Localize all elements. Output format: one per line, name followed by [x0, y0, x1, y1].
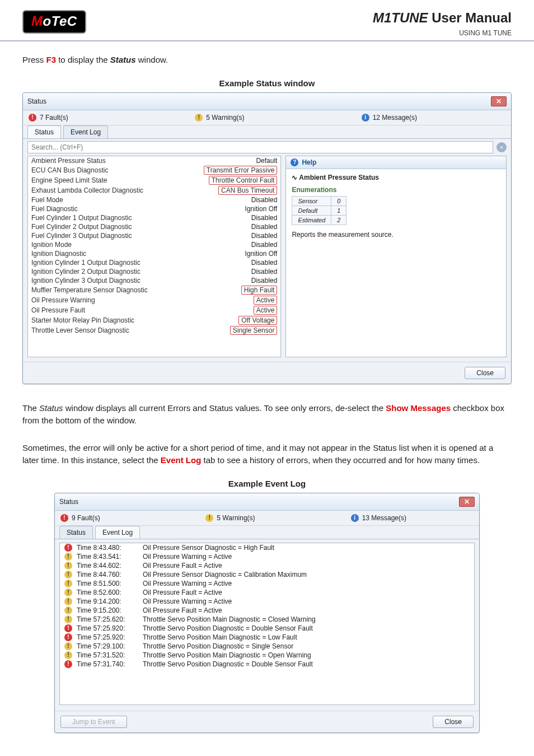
status-row-name: Oil Pressure Warning — [28, 295, 181, 305]
error-icon: ! — [60, 514, 68, 522]
status-row[interactable]: Ambient Pressure StatusDefault — [28, 156, 280, 165]
status-row-value: Ignition Off — [181, 204, 280, 213]
status-row-value: Active — [181, 295, 280, 305]
event-log-row[interactable]: !Time 57:25.620:Throttle Servo Position … — [60, 615, 474, 624]
warnings-count: 5 Warning(s) — [206, 114, 244, 122]
warning-icon: ! — [64, 580, 72, 587]
warning-icon: ! — [64, 615, 72, 623]
event-log-row[interactable]: !Time 8:43.541:Oil Pressure Warning = Ac… — [60, 552, 474, 561]
status-row-name: Oil Pressure Fault — [28, 305, 181, 315]
status-row-value: CAN Bus Timeout — [181, 185, 280, 195]
jump-to-event-button[interactable]: Jump to Event — [60, 716, 127, 728]
status-row[interactable]: Fuel Cylinder 3 Output DiagnosticDisable… — [28, 231, 280, 240]
status-row-name: Fuel Diagnostic — [28, 204, 181, 213]
status-row[interactable]: Ignition Cylinder 3 Output DiagnosticDis… — [28, 276, 280, 285]
tab-status[interactable]: Status — [27, 125, 61, 138]
close-icon[interactable]: ✕ — [459, 497, 475, 507]
status-window: Status ✕ !7 Fault(s) !5 Warning(s) i12 M… — [22, 92, 512, 384]
status-row-name: Throttle Lever Sensor Diagnostic — [28, 325, 181, 335]
event-log-row[interactable]: !Time 57:25.920:Throttle Servo Position … — [60, 624, 474, 633]
event-log-row[interactable]: !Time 8:43.480:Oil Pressure Sensor Diagn… — [60, 543, 474, 552]
status-row[interactable]: Ignition ModeDisabled — [28, 240, 280, 249]
event-log-row[interactable]: !Time 57:25.920:Throttle Servo Position … — [60, 633, 474, 642]
status-row-name: Ambient Pressure Status — [28, 156, 181, 165]
doc-subtitle: USING M1 TUNE — [373, 29, 512, 37]
intro-text: Press F3 to display the Status window. — [0, 41, 534, 69]
event-time: Time 8:44.760: — [77, 571, 138, 578]
status-row[interactable]: Muffler Temperature Sensor DiagnosticHig… — [28, 285, 280, 295]
event-log-row[interactable]: !Time 8:52.600:Oil Pressure Fault = Acti… — [60, 588, 474, 597]
event-time: Time 8:43.541: — [77, 553, 138, 561]
status-row-name: ECU CAN Bus Diagnostic — [28, 165, 181, 175]
event-log-row[interactable]: !Time 57:31.740:Throttle Servo Position … — [60, 660, 474, 669]
status-row-name: Fuel Cylinder 2 Output Diagnostic — [28, 222, 181, 231]
event-log-row[interactable]: !Time 9:15.200:Oil Pressure Fault = Acti… — [60, 606, 474, 615]
event-time: Time 8:43.480: — [77, 544, 138, 552]
search-input[interactable] — [27, 141, 493, 153]
warning-icon: ! — [64, 606, 72, 614]
warning-icon: ! — [64, 598, 72, 605]
status-row[interactable]: Exhaust Lambda Collector DiagnosticCAN B… — [28, 185, 280, 195]
event-time: Time 9:15.200: — [77, 606, 138, 614]
event-message: Oil Pressure Warning = Active — [143, 580, 232, 587]
event-log-row[interactable]: !Time 8:44.760:Oil Pressure Sensor Diagn… — [60, 570, 474, 579]
event-message: Oil Pressure Fault = Active — [143, 606, 222, 614]
tab-event-log[interactable]: Event Log — [95, 526, 140, 539]
tab-status[interactable]: Status — [59, 526, 93, 539]
status-row[interactable]: Ignition Cylinder 1 Output DiagnosticDis… — [28, 258, 280, 267]
help-icon: ? — [291, 158, 298, 166]
status-row[interactable]: Fuel DiagnosticIgnition Off — [28, 204, 280, 213]
paragraph-status-desc: The Status window displays all current E… — [0, 390, 534, 430]
event-log-row[interactable]: !Time 8:51.500:Oil Pressure Warning = Ac… — [60, 579, 474, 588]
event-time: Time 8:51.500: — [77, 580, 138, 587]
status-row[interactable]: Ignition Cylinder 2 Output DiagnosticDis… — [28, 267, 280, 276]
event-message: Oil Pressure Sensor Diagnostic = High Fa… — [143, 544, 274, 552]
status-row[interactable]: Fuel Cylinder 2 Output DiagnosticDisable… — [28, 222, 280, 231]
status-row-value: Disabled — [181, 222, 280, 231]
clear-search-icon[interactable]: × — [496, 142, 507, 152]
status-row[interactable]: Oil Pressure WarningActive — [28, 295, 280, 305]
event-time: Time 57:31.740: — [77, 660, 138, 668]
key-f3: F3 — [46, 55, 57, 64]
event-message: Oil Pressure Fault = Active — [143, 589, 222, 596]
event-time: Time 57:29.100: — [77, 642, 138, 650]
status-item-list[interactable]: Ambient Pressure StatusDefaultECU CAN Bu… — [27, 156, 281, 357]
event-log-row[interactable]: !Time 57:29.100:Throttle Servo Position … — [60, 642, 474, 651]
tab-event-log[interactable]: Event Log — [63, 125, 108, 138]
enumerations-table: Sensor0Default1Estimated2 — [292, 196, 346, 225]
help-topic-title: ∿ Ambient Pressure Status — [292, 174, 500, 181]
help-pane: ?Help ∿ Ambient Pressure Status Enumerat… — [285, 156, 507, 357]
status-row-value: Transmit Error Passive — [181, 165, 280, 175]
page-header: MMoTeCoTeC M1TUNE User Manual USING M1 T… — [0, 0, 534, 41]
warning-icon: ! — [195, 114, 203, 122]
status-row-name: Starter Motor Relay Pin Diagnostic — [28, 315, 181, 325]
status-row-name: Ignition Diagnostic — [28, 249, 181, 258]
status-row[interactable]: Fuel Cylinder 1 Output DiagnosticDisable… — [28, 213, 280, 222]
error-icon: ! — [64, 633, 72, 641]
status-row-value: Disabled — [181, 213, 280, 222]
status-row-name: Fuel Mode — [28, 195, 181, 204]
warning-icon: ! — [64, 589, 72, 596]
status-row[interactable]: Ignition DiagnosticIgnition Off — [28, 249, 280, 258]
event-message: Throttle Servo Position Diagnostic = Dou… — [143, 624, 313, 632]
status-row[interactable]: Engine Speed Limit StateThrottle Control… — [28, 175, 280, 185]
status-row[interactable]: Throttle Lever Sensor DiagnosticSingle S… — [28, 325, 280, 335]
doc-title: M1TUNE User Manual — [373, 10, 512, 26]
event-log-list[interactable]: !Time 8:43.480:Oil Pressure Sensor Diagn… — [59, 543, 475, 705]
event-log-row[interactable]: !Time 8:44.602:Oil Pressure Fault = Acti… — [60, 561, 474, 570]
event-log-row[interactable]: !Time 9:14.200:Oil Pressure Warning = Ac… — [60, 597, 474, 606]
info-icon: i — [362, 114, 369, 122]
window-title: Status — [27, 97, 46, 105]
close-button[interactable]: Close — [433, 716, 474, 728]
warning-icon: ! — [64, 553, 72, 561]
status-row[interactable]: ECU CAN Bus DiagnosticTransmit Error Pas… — [28, 165, 280, 175]
close-icon[interactable]: ✕ — [491, 96, 507, 106]
status-row-value: Default — [181, 156, 280, 165]
status-row[interactable]: Oil Pressure FaultActive — [28, 305, 280, 315]
error-icon: ! — [29, 114, 36, 122]
event-log-row[interactable]: !Time 57:31.520:Throttle Servo Position … — [60, 651, 474, 660]
status-row[interactable]: Fuel ModeDisabled — [28, 195, 280, 204]
status-row[interactable]: Starter Motor Relay Pin DiagnosticOff Vo… — [28, 315, 280, 325]
close-button[interactable]: Close — [465, 367, 505, 379]
warning-icon: ! — [205, 514, 213, 522]
